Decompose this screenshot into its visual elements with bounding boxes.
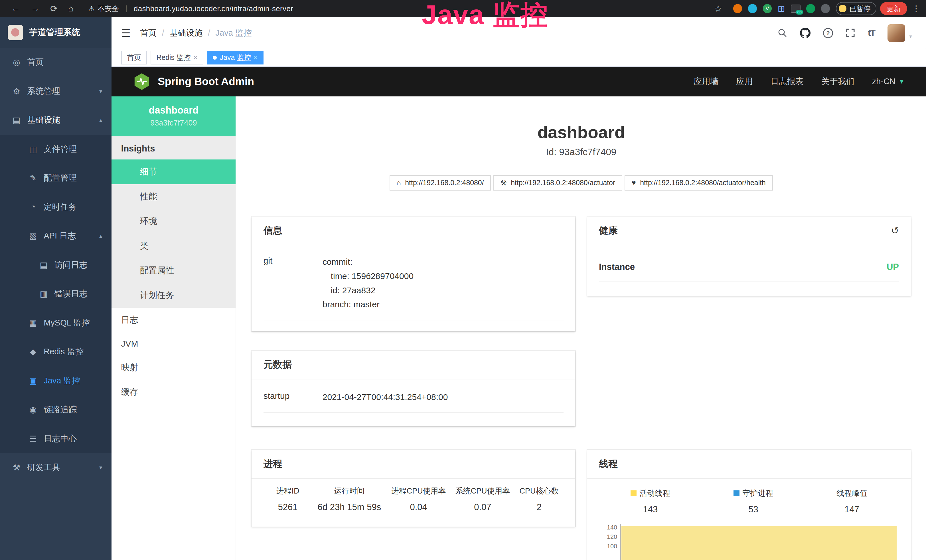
chevron-down-icon: ▾ — [99, 464, 102, 471]
language-select[interactable]: zh-CN ▼ — [872, 77, 905, 86]
home-icon: ⌂ — [397, 179, 401, 187]
github-icon[interactable] — [800, 28, 811, 38]
extension-fox-icon[interactable] — [733, 4, 742, 13]
browser-menu-icon[interactable]: ⋮ — [912, 4, 920, 14]
extension-grid-icon[interactable]: ⊞ — [778, 3, 785, 14]
sba-item-scheduled-tasks[interactable]: 计划任务 — [112, 283, 236, 308]
col-header: 运行时间 — [312, 486, 386, 496]
col-header: 进程CPU使用率 — [386, 486, 451, 496]
app-logo-row[interactable]: 芋道管理系统 — [0, 17, 112, 48]
metadata-startup-row: startup 2021-04-27T00:44:31.254+08:00 — [263, 390, 563, 413]
font-size-icon[interactable]: tT — [868, 28, 875, 38]
sidebar-item-error-log[interactable]: ▥错误日志 — [0, 279, 112, 308]
sba-item-jvm[interactable]: JVM — [112, 332, 236, 355]
tab-redis-monitor[interactable]: Redis 监控 × — [151, 51, 203, 65]
sba-item-config-props[interactable]: 配置属性 — [112, 259, 236, 283]
sidebar-item-trace[interactable]: ◉链路追踪 — [0, 395, 112, 424]
log-center-icon: ☰ — [28, 434, 38, 443]
bookmark-star-icon[interactable]: ☆ — [714, 3, 722, 14]
address-url[interactable]: dashboard.yudao.iocoder.cn/infra/admin-s… — [134, 5, 293, 13]
tab-home[interactable]: 首页 — [121, 51, 147, 65]
main-area: ☰ 首页 / 基础设施 / Java 监控 ? tT ▾ — [112, 17, 926, 560]
legend-daemon-threads: 守护进程 53 — [734, 488, 773, 515]
extension-drop-icon[interactable] — [748, 4, 757, 13]
sidebar-item-home[interactable]: ◎首页 — [0, 48, 112, 77]
close-icon[interactable]: × — [254, 54, 257, 61]
process-card-title: 进程 — [251, 450, 575, 479]
sidebar-item-java[interactable]: ▣Java 监控 — [0, 366, 112, 395]
link-service-url[interactable]: ⌂ http://192.168.0.2:48080/ — [390, 175, 491, 191]
extension-puzzle-icon[interactable] — [821, 4, 830, 13]
sba-nav-journal[interactable]: 日志报表 — [770, 76, 803, 87]
extension-on-icon[interactable]: on — [791, 5, 800, 13]
sba-item-details[interactable]: 细节 — [112, 159, 236, 184]
sidebar-item-devtools[interactable]: ⚒研发工具 ▾ — [0, 453, 112, 482]
extension-v-icon[interactable]: V — [763, 4, 772, 13]
avatar[interactable] — [888, 24, 905, 42]
sba-group-insights[interactable]: Insights — [112, 136, 236, 160]
browser-toolbar: ← → ⟳ ⌂ ⚠ 不安全 | dashboard.yudao.iocoder.… — [0, 0, 926, 17]
sba-instance-header[interactable]: dashboard 93a3fc7f7409 — [112, 97, 236, 136]
health-instance-row[interactable]: Instance UP — [599, 255, 899, 282]
sidebar-item-api-log[interactable]: ▧API 日志 ▴ — [0, 222, 112, 250]
sba-brand[interactable]: Spring Boot Admin — [133, 73, 254, 91]
link-health-url[interactable]: ♥ http://192.168.0.2:48080/actuator/heal… — [625, 175, 773, 191]
topbar-icons: ? tT ▾ — [778, 24, 912, 42]
home-nav-icon[interactable]: ⌂ — [68, 3, 74, 14]
redis-icon: ◆ — [28, 347, 38, 357]
chevron-up-icon: ▴ — [99, 233, 102, 239]
page-title: dashboard — [251, 123, 911, 142]
back-icon[interactable]: ← — [11, 3, 20, 14]
extension-leaf-icon[interactable] — [806, 4, 815, 13]
right-column: 健康 ↺ Instance UP — [587, 216, 911, 560]
reload-icon[interactable]: ⟳ — [50, 3, 57, 14]
breadcrumb-home[interactable]: 首页 — [140, 27, 157, 39]
security-warning[interactable]: ⚠ 不安全 — [88, 4, 119, 14]
close-icon[interactable]: × — [194, 54, 197, 61]
sba-nav-applications[interactable]: 应用 — [736, 76, 753, 87]
sba-item-mappings[interactable]: 映射 — [112, 355, 236, 380]
sidebar-item-log-center[interactable]: ☰日志中心 — [0, 424, 112, 453]
health-instance-label: Instance — [599, 262, 635, 272]
left-column: 信息 git commit: time: 1596289704000 id: 2… — [251, 216, 575, 527]
home-icon: ◎ — [12, 58, 21, 67]
sidebar-item-file[interactable]: ◫文件管理 — [0, 135, 112, 163]
sidebar-item-system[interactable]: ⚙系统管理 ▾ — [0, 77, 112, 106]
sba-item-environment[interactable]: 环境 — [112, 209, 236, 234]
sidebar-item-access-log[interactable]: ▤访问日志 — [0, 250, 112, 279]
paused-badge[interactable]: 已暂停 — [836, 2, 877, 15]
error-log-icon: ▥ — [39, 289, 48, 299]
chevron-down-icon: ▾ — [99, 88, 102, 95]
history-icon[interactable]: ↺ — [891, 225, 899, 236]
update-button[interactable]: 更新 — [880, 2, 907, 15]
col-header: 进程ID — [263, 486, 312, 496]
info-card-title: 信息 — [251, 216, 575, 245]
sidebar-item-job[interactable]: ◔定时任务 — [0, 192, 112, 221]
help-icon[interactable]: ? — [823, 28, 833, 38]
tab-java-monitor[interactable]: Java 监控 × — [207, 51, 263, 65]
sba-content: dashboard Id: 93a3fc7f7409 ⌂ http://192.… — [236, 97, 926, 560]
fullscreen-icon[interactable] — [845, 28, 855, 38]
sba-item-caches[interactable]: 缓存 — [112, 380, 236, 404]
link-actuator-url[interactable]: ⚒ http://192.168.0.2:48080/actuator — [493, 175, 622, 191]
sidebar-item-redis[interactable]: ◆Redis 监控 — [0, 337, 112, 366]
process-table: 进程ID 运行时间 进程CPU使用率 系统CPU使用率 CPU核心数 5261 … — [263, 486, 563, 512]
live-threads-value: 143 — [631, 504, 670, 515]
breadcrumb-infra[interactable]: 基础设施 — [169, 27, 203, 39]
sidebar-item-infra[interactable]: ▤基础设施 ▴ — [0, 106, 112, 135]
sba-nav-wallboard[interactable]: 应用墙 — [694, 76, 719, 87]
sba-item-performance[interactable]: 性能 — [112, 184, 236, 209]
sidebar-item-config[interactable]: ✎配置管理 — [0, 164, 112, 192]
gear-icon: ⚙ — [12, 86, 21, 96]
sba-header: Spring Boot Admin 应用墙 应用 日志报表 关于我们 zh-CN… — [112, 67, 926, 97]
search-icon[interactable] — [778, 28, 787, 38]
cpu-cores: 2 — [515, 502, 563, 512]
forward-icon[interactable]: → — [31, 3, 39, 14]
sba-item-classes[interactable]: 类 — [112, 234, 236, 259]
collapse-menu-icon[interactable]: ☰ — [121, 27, 131, 39]
app-logo — [8, 25, 23, 40]
sba-nav-about[interactable]: 关于我们 — [822, 76, 855, 87]
sba-item-logs[interactable]: 日志 — [112, 308, 236, 333]
sidebar-item-mysql[interactable]: ▦MySQL 监控 — [0, 309, 112, 337]
access-log-icon: ▤ — [39, 260, 48, 270]
